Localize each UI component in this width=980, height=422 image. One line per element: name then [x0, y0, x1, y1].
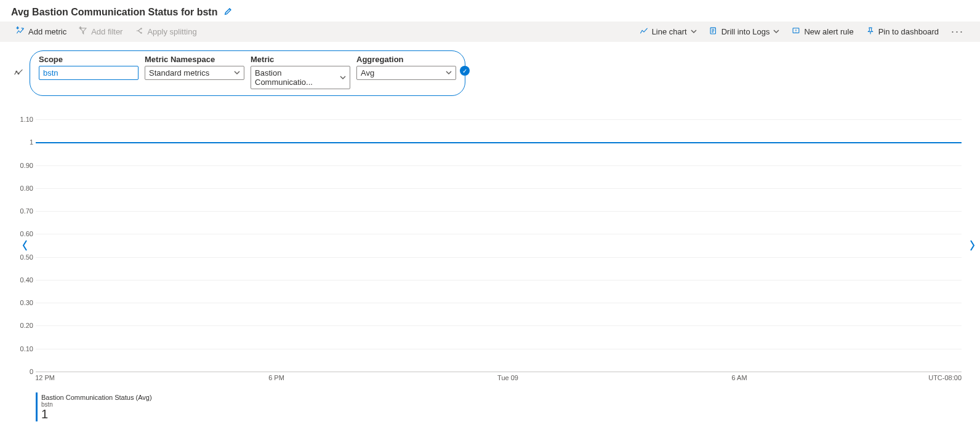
drill-into-logs-label: Drill into Logs [721, 27, 770, 36]
add-filter-label: Add filter [91, 27, 122, 36]
chart-type-dropdown[interactable]: Line chart [636, 24, 701, 39]
svg-point-3 [141, 33, 142, 33]
pin-to-dashboard-button[interactable]: Pin to dashboard [862, 24, 942, 39]
add-filter-button[interactable]: + Add filter [75, 24, 126, 39]
chevron-down-icon [773, 27, 779, 36]
chart-gridline [36, 280, 962, 281]
legend-current-value: 1 [41, 408, 152, 420]
aggregation-field-label: Aggregation [356, 55, 456, 64]
svg-text:+: + [79, 26, 82, 30]
chart-y-tick: 0.20 [20, 322, 33, 329]
drill-into-logs-button[interactable]: Drill into Logs [705, 24, 784, 39]
splitting-icon [135, 26, 143, 37]
logs-icon [709, 26, 718, 37]
chart-gridline [36, 165, 962, 166]
chart-gridline [36, 119, 962, 120]
chart-gridline [36, 349, 962, 349]
add-metric-button[interactable]: + Add metric [12, 24, 70, 39]
timezone-label: UTC-08:00 [928, 374, 962, 381]
chart-x-tick: Tue 09 [497, 374, 518, 381]
chart-x-tick: 12 PM [35, 374, 55, 381]
pin-icon [866, 26, 875, 37]
chevron-down-icon [446, 68, 452, 78]
new-alert-rule-button[interactable]: New alert rule [788, 24, 857, 39]
line-chart-icon [640, 26, 648, 37]
chevron-down-icon [691, 27, 697, 36]
selector-confirm-badge[interactable]: ✓ [460, 66, 470, 76]
chart-y-tick: 0.40 [20, 276, 33, 284]
metric-picker[interactable]: Bastion Communicatio... [251, 66, 350, 89]
namespace-picker[interactable]: Standard metrics [145, 66, 244, 80]
metric-selector-pill: Scope bstn Metric Namespace Standard met… [30, 50, 465, 96]
scope-picker[interactable]: bstn [39, 66, 139, 80]
add-metric-label: Add metric [28, 27, 66, 36]
namespace-value: Standard metrics [149, 68, 209, 78]
metric-series-icon [14, 68, 23, 79]
chart-x-axis: UTC-08:00 12 PM6 PMTue 096 AM [36, 374, 962, 386]
chart-gridline [36, 234, 962, 234]
namespace-field-label: Metric Namespace [145, 55, 244, 64]
chart-gridline [36, 372, 962, 372]
chart-type-label: Line chart [652, 27, 687, 36]
chart-y-tick: 0.10 [20, 345, 33, 352]
legend-series-name: Bastion Communication Status (Avg) [41, 394, 152, 401]
scope-value: bstn [43, 68, 58, 78]
chart-gridline [36, 257, 962, 258]
chart-x-tick: 6 PM [268, 374, 284, 381]
chart-y-tick: 1.10 [20, 116, 33, 123]
chevron-down-icon [234, 68, 240, 78]
metric-field-label: Metric [251, 55, 350, 64]
metrics-toolbar: + Add metric + Add filter Apply splittin… [0, 22, 980, 42]
pin-to-dashboard-label: Pin to dashboard [878, 27, 939, 36]
chart-legend-item[interactable]: Bastion Communication Status (Avg) bstn … [36, 392, 156, 421]
apply-splitting-label: Apply splitting [147, 27, 196, 36]
chart-y-tick: 0.60 [20, 230, 33, 237]
chart-gridline [36, 325, 962, 326]
svg-text:+: + [17, 26, 19, 30]
svg-point-7 [18, 73, 19, 74]
edit-title-icon[interactable] [223, 6, 233, 18]
filter-icon: + [79, 26, 87, 37]
chart-y-tick: 1 [30, 138, 33, 146]
svg-point-6 [16, 71, 17, 72]
next-time-range-button[interactable] [966, 234, 978, 257]
metric-value: Bastion Communicatio... [255, 68, 340, 87]
svg-point-2 [141, 28, 142, 29]
chart-data-line [36, 142, 962, 143]
scope-field-label: Scope [39, 55, 139, 64]
aggregation-value: Avg [361, 68, 374, 78]
chevron-down-icon [340, 73, 346, 82]
chart-y-tick: 0.30 [20, 299, 33, 306]
aggregation-picker[interactable]: Avg [356, 66, 456, 80]
chart-y-tick: 0.80 [20, 185, 33, 192]
add-metric-icon: + [16, 26, 25, 37]
chart-x-tick: 6 AM [731, 374, 747, 381]
chart-plot[interactable]: 00.100.200.300.400.500.600.700.800.9011.… [36, 119, 962, 372]
chart-title: Avg Bastion Communication Status for bst… [11, 7, 217, 18]
chart-gridline [36, 303, 962, 303]
apply-splitting-button[interactable]: Apply splitting [131, 24, 200, 39]
chart-y-tick: 0.70 [20, 207, 33, 215]
more-options-button[interactable]: ··· [947, 25, 968, 38]
chart-y-tick: 0 [30, 368, 33, 375]
chart-y-tick: 0.90 [20, 162, 33, 169]
chart-gridline [36, 188, 962, 189]
alert-icon [792, 26, 800, 37]
legend-series-resource: bstn [41, 401, 152, 408]
new-alert-rule-label: New alert rule [804, 27, 853, 36]
chart-gridline [36, 211, 962, 212]
chart-y-tick: 0.50 [20, 253, 33, 261]
